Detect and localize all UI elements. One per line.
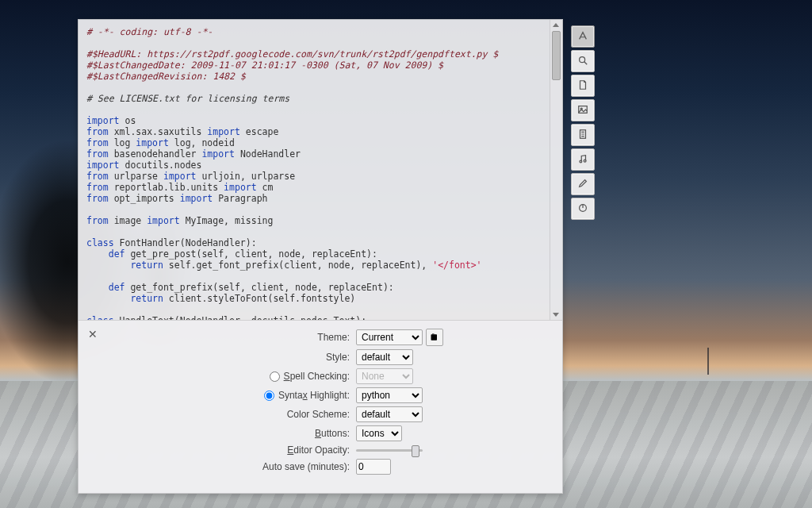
code-line[interactable]: class FontHandler(NodeHandler): — [86, 237, 546, 248]
code-line[interactable]: # -*- coding: utf-8 -*- — [86, 26, 546, 37]
code-line[interactable]: #$LastChangedDate: 2009-11-07 21:01:17 -… — [86, 60, 546, 71]
opacity-slider[interactable] — [356, 449, 423, 452]
image-icon — [577, 104, 588, 117]
code-line[interactable] — [86, 37, 546, 48]
font-button[interactable] — [571, 25, 595, 48]
code-line[interactable]: def get_pre_post(self, client, node, rep… — [86, 248, 546, 260]
scroll-thumb[interactable] — [552, 31, 561, 80]
power-icon — [577, 202, 588, 216]
theme-browse-button[interactable] — [426, 329, 443, 346]
autosave-label: Auto save (minutes): — [129, 461, 351, 472]
code-line[interactable]: from opt_imports import Paragraph — [86, 193, 546, 204]
code-line[interactable]: #$LastChangedRevision: 1482 $ — [86, 71, 546, 82]
page-button[interactable] — [571, 124, 595, 146]
code-line[interactable] — [86, 204, 546, 215]
svg-point-5 — [580, 160, 582, 163]
code-line[interactable]: return client.styleToFont(self.fontstyle… — [86, 293, 546, 304]
search-button[interactable] — [571, 50, 595, 72]
code-line[interactable]: return self.get_font_prefix(client, node… — [86, 260, 546, 271]
code-line[interactable] — [86, 271, 546, 282]
code-line[interactable]: #$HeadURL: https://rst2pdf.googlecode.co… — [86, 48, 546, 60]
desktop-background: # -*- coding: utf-8 -*- #$HeadURL: https… — [0, 0, 812, 508]
code-line[interactable]: from image import MyImage, missing — [86, 215, 546, 226]
buttons-label: Buttons: — [129, 428, 351, 439]
theme-select[interactable]: Current — [356, 329, 423, 345]
syntax-select[interactable]: python — [356, 387, 423, 403]
spellcheck-label: Spell Checking: — [284, 371, 351, 382]
settings-panel: ✕ Theme: Current Style: default Spell Ch… — [79, 320, 562, 493]
theme-label: Theme: — [129, 332, 351, 343]
syntax-label: Syntax Highlight: — [278, 390, 351, 401]
svg-point-6 — [584, 160, 586, 162]
pencil-button[interactable] — [571, 173, 595, 195]
code-line[interactable]: def get_font_prefix(self, client, node, … — [86, 282, 546, 293]
style-label: Style: — [129, 352, 351, 363]
code-line[interactable] — [86, 304, 546, 315]
colorscheme-select[interactable]: default — [356, 406, 423, 422]
colorscheme-label: Color Scheme: — [129, 409, 351, 420]
side-toolbar — [571, 25, 595, 220]
close-settings-button[interactable]: ✕ — [88, 329, 99, 340]
code-line[interactable]: from urlparse import urljoin, urlparse — [86, 171, 546, 182]
music-button[interactable] — [571, 148, 595, 171]
editor-window: # -*- coding: utf-8 -*- #$HeadURL: https… — [78, 19, 563, 494]
code-line[interactable]: import docutils.nodes — [86, 160, 546, 171]
code-line[interactable]: from basenodehandler import NodeHandler — [86, 148, 546, 160]
autosave-spinner[interactable] — [356, 459, 391, 475]
code-line[interactable] — [86, 226, 546, 237]
new-file-icon — [577, 79, 588, 93]
code-line[interactable] — [86, 82, 546, 93]
code-line[interactable]: from xml.sax.saxutils import escape — [86, 126, 546, 137]
opacity-thumb[interactable] — [412, 445, 419, 457]
code-line[interactable]: from reportlab.lib.units import cm — [86, 182, 546, 193]
power-button[interactable] — [571, 198, 595, 220]
pencil-icon — [577, 178, 588, 191]
style-select[interactable]: default — [356, 349, 413, 365]
spellcheck-select: None — [356, 368, 413, 384]
svg-rect-0 — [431, 334, 438, 341]
page-icon — [577, 129, 588, 142]
code-line[interactable]: from log import log, nodeid — [86, 137, 546, 148]
syntax-radio[interactable] — [264, 391, 274, 401]
music-icon — [577, 153, 588, 167]
spellcheck-radio[interactable] — [270, 371, 280, 382]
code-area-wrap: # -*- coding: utf-8 -*- #$HeadURL: https… — [79, 20, 562, 320]
search-icon — [577, 55, 588, 68]
code-line[interactable]: # See LICENSE.txt for licensing terms — [86, 93, 546, 104]
folder-icon — [430, 333, 439, 342]
code-area[interactable]: # -*- coding: utf-8 -*- #$HeadURL: https… — [79, 20, 550, 320]
opacity-label: Editor Opacity: — [129, 444, 351, 456]
editor-scrollbar[interactable] — [550, 20, 562, 320]
font-icon — [577, 30, 588, 44]
new-file-button[interactable] — [571, 75, 595, 97]
code-line[interactable]: import os — [86, 115, 546, 126]
code-line[interactable] — [86, 104, 546, 115]
image-button[interactable] — [571, 99, 595, 121]
desktop-spire — [707, 348, 709, 375]
svg-point-1 — [580, 56, 585, 62]
buttons-select[interactable]: Icons — [356, 425, 402, 441]
